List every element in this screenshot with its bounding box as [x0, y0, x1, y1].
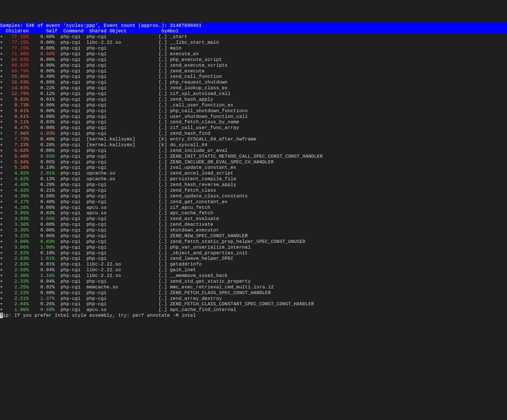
expand-icon[interactable]: + — [0, 216, 3, 221]
expand-icon[interactable]: + — [0, 154, 3, 159]
expand-icon[interactable]: + — [0, 80, 3, 85]
perf-row[interactable]: + 2.63% 1.01% php-cgi php-cgi [.] zend_l… — [0, 256, 507, 261]
perf-row[interactable]: + 9.61% 0.00% php-cgi php-cgi [.] php_ca… — [0, 108, 507, 114]
expand-icon[interactable]: + — [0, 199, 3, 205]
perf-row[interactable]: + 3.93% 0.56% php-cgi php-cgi [.] zend_a… — [0, 216, 507, 222]
expand-icon[interactable]: + — [0, 57, 3, 62]
expand-icon[interactable]: + — [0, 148, 3, 153]
perf-row[interactable]: + 9.73% 0.00% php-cgi php-cgi [.] _call_… — [0, 102, 507, 108]
expand-icon[interactable]: + — [0, 296, 3, 301]
perf-row[interactable]: + 3.06% 1.00% php-cgi php-cgi [.] php_va… — [0, 245, 507, 250]
expand-icon[interactable]: + — [0, 261, 3, 267]
expand-icon[interactable]: + — [0, 165, 3, 170]
expand-icon[interactable]: + — [0, 136, 3, 142]
perf-row[interactable]: + 4.39% 0.09% php-cgi php-cgi [.] zend_u… — [0, 193, 507, 199]
perf-row[interactable]: + 2.58% 0.04% php-cgi libc-2.22.so [.] g… — [0, 267, 507, 273]
perf-row[interactable]: + 2.04% 0.26% php-cgi php-cgi [.] ZEND_F… — [0, 301, 507, 307]
expand-icon[interactable]: + — [0, 233, 3, 239]
perf-row[interactable]: + 60.79% 0.00% php-cgi php-cgi [.] zend_… — [0, 68, 507, 74]
perf-row[interactable]: + 5.62% 0.08% php-cgi php-cgi [.] zend_i… — [0, 148, 507, 154]
perf-report-rows[interactable]: + 77.15% 0.00% php-cgi php-cgi [.] _star… — [0, 34, 507, 313]
expand-icon[interactable]: + — [0, 85, 3, 91]
perf-row[interactable]: + 3.95% 0.03% php-cgi apcu.so [.] apc_ca… — [0, 210, 507, 216]
expand-icon[interactable]: + — [0, 68, 3, 74]
expand-icon[interactable]: + — [0, 256, 3, 261]
expand-icon[interactable]: + — [0, 119, 3, 125]
expand-icon[interactable]: + — [0, 142, 3, 148]
expand-icon[interactable]: + — [0, 51, 3, 57]
perf-row[interactable]: + 2.33% 0.04% php-cgi php-cgi [.] zend_s… — [0, 279, 507, 284]
expand-icon[interactable]: + — [0, 131, 3, 136]
expand-icon[interactable]: + — [0, 239, 3, 244]
perf-row[interactable]: + 2.25% 0.02% php-cgi memcache.so [.] mm… — [0, 284, 507, 290]
perf-row[interactable]: + 7.72% 0.49% php-cgi [kernel.kallsyms] … — [0, 136, 507, 142]
expand-icon[interactable]: + — [0, 210, 3, 216]
perf-row[interactable]: + 4.16% 0.09% php-cgi apcu.so [.] zif_ap… — [0, 205, 507, 211]
expand-icon[interactable]: + — [0, 40, 3, 45]
expand-icon[interactable]: + — [0, 159, 3, 165]
expand-icon[interactable]: + — [0, 307, 3, 312]
perf-row[interactable]: + 9.11% 0.03% php-cgi php-cgi [.] zend_f… — [0, 119, 507, 125]
expand-icon[interactable]: + — [0, 301, 3, 307]
expand-icon[interactable]: + — [0, 171, 3, 176]
expand-icon[interactable]: + — [0, 227, 3, 233]
expand-icon[interactable]: + — [0, 245, 3, 250]
expand-icon[interactable]: + — [0, 205, 3, 210]
perf-row[interactable]: + 60.82% 0.00% php-cgi php-cgi [.] zend_… — [0, 63, 507, 68]
perf-row[interactable]: + 5.48% 0.83% php-cgi php-cgi [.] ZEND_I… — [0, 154, 507, 159]
perf-row[interactable]: + 4.42% 0.21% php-cgi php-cgi [.] zend_f… — [0, 188, 507, 193]
expand-icon[interactable]: + — [0, 279, 3, 284]
perf-row[interactable]: + 3.22% 0.06% php-cgi php-cgi [.] ZEND_N… — [0, 233, 507, 239]
expand-icon[interactable]: + — [0, 267, 3, 273]
expand-icon[interactable]: + — [0, 91, 3, 96]
perf-row[interactable]: + 3.36% 0.00% php-cgi php-cgi [.] zend_d… — [0, 222, 507, 227]
expand-icon[interactable]: + — [0, 222, 3, 227]
expand-icon[interactable]: + — [0, 290, 3, 296]
perf-row[interactable]: + 4.92% 2.01% php-cgi opcache.so [.] zen… — [0, 171, 507, 176]
perf-row[interactable]: + 25.05% 0.40% php-cgi php-cgi [.] zend_… — [0, 74, 507, 80]
expand-icon[interactable]: + — [0, 182, 3, 187]
perf-row[interactable]: + 5.34% 0.05% php-cgi php-cgi [.] ZEND_I… — [0, 159, 507, 165]
perf-row[interactable]: + 4.62% 0.13% php-cgi opcache.so [.] per… — [0, 176, 507, 182]
perf-row[interactable]: + 2.82% 0.10% php-cgi php-cgi [.] _objec… — [0, 250, 507, 256]
expand-icon[interactable]: + — [0, 34, 3, 39]
expand-icon[interactable]: + — [0, 250, 3, 256]
expand-icon[interactable]: + — [0, 114, 3, 119]
perf-row[interactable]: + 2.21% 1.37% php-cgi php-cgi [.] zend_a… — [0, 296, 507, 302]
perf-row[interactable]: + 71.90% 8.50% php-cgi php-cgi [.] execu… — [0, 51, 507, 57]
expand-icon[interactable]: + — [0, 102, 3, 108]
perf-row[interactable]: + 7.96% 6.93% php-cgi php-cgi [.] zend_h… — [0, 131, 507, 136]
perf-row[interactable]: + 1.96% 0.69% php-cgi apcu.so [.] apc_ca… — [0, 307, 507, 313]
perf-row[interactable]: + 2.38% 2.16% php-cgi libc-2.22.so [.] _… — [0, 273, 507, 279]
expand-icon[interactable]: + — [0, 125, 3, 130]
perf-row[interactable]: + 77.15% 0.00% php-cgi libc-2.22.so [.] … — [0, 40, 507, 45]
perf-row[interactable]: + 2.63% 0.01% php-cgi libc-2.22.so [.] g… — [0, 261, 507, 267]
expand-icon[interactable]: + — [0, 176, 3, 182]
expand-icon[interactable]: + — [0, 188, 3, 193]
perf-row[interactable]: + 60.83% 0.00% php-cgi php-cgi [.] php_e… — [0, 57, 507, 63]
perf-row[interactable]: + 2.22% 0.00% php-cgi php-cgi [.] ZEND_F… — [0, 290, 507, 296]
expand-icon[interactable]: + — [0, 273, 3, 278]
perf-row[interactable]: + 9.82% 0.01% php-cgi php-cgi [.] zend_h… — [0, 97, 507, 102]
perf-row[interactable]: + 12.79% 0.12% php-cgi php-cgi [.] zif_s… — [0, 91, 507, 97]
perf-row[interactable]: + 3.35% 0.00% php-cgi php-cgi [.] shutdo… — [0, 227, 507, 233]
perf-row[interactable]: + 16.03% 0.00% php-cgi php-cgi [.] php_r… — [0, 80, 507, 85]
symbol-tag: [.] — [159, 119, 167, 125]
expand-icon[interactable]: + — [0, 108, 3, 114]
perf-row[interactable]: + 5.16% 0.19% php-cgi php-cgi [.] zval_u… — [0, 165, 507, 171]
expand-icon[interactable]: + — [0, 284, 3, 290]
perf-row[interactable]: + 4.48% 0.29% php-cgi php-cgi [.] zend_h… — [0, 182, 507, 188]
expand-icon[interactable]: + — [0, 45, 3, 51]
perf-row[interactable]: + 4.27% 0.48% php-cgi php-cgi [.] zend_g… — [0, 199, 507, 205]
perf-row[interactable]: + 8.47% 0.00% php-cgi php-cgi [.] zif_ca… — [0, 125, 507, 131]
perf-row[interactable]: + 77.15% 0.00% php-cgi php-cgi [.] main — [0, 45, 507, 51]
perf-row[interactable]: + 7.23% 0.28% php-cgi [kernel.kallsyms] … — [0, 142, 507, 148]
perf-row[interactable]: + 77.15% 0.00% php-cgi php-cgi [.] _star… — [0, 34, 507, 40]
expand-icon[interactable]: + — [0, 97, 3, 102]
expand-icon[interactable]: + — [0, 74, 3, 79]
expand-icon[interactable]: + — [0, 63, 3, 68]
perf-row[interactable]: + 14.03% 0.22% php-cgi php-cgi [.] zend_… — [0, 85, 507, 91]
perf-row[interactable]: + 9.61% 0.00% php-cgi php-cgi [.] user_s… — [0, 114, 507, 120]
expand-icon[interactable]: + — [0, 193, 3, 199]
perf-row[interactable]: + 3.06% 0.83% php-cgi php-cgi [.] zend_f… — [0, 239, 507, 245]
